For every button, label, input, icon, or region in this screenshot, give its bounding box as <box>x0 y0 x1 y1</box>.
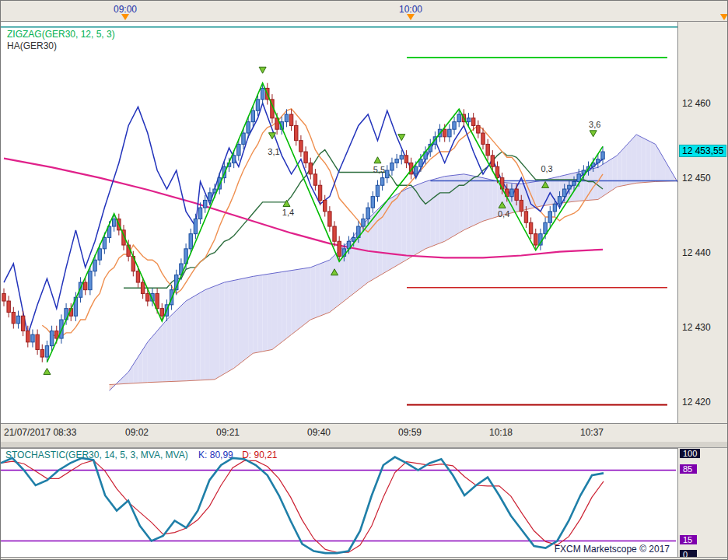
price-axis-label: 12 430 <box>682 322 711 333</box>
stochastic-d-value: D: 90,21 <box>242 450 277 460</box>
stochastic-level-badge: 85 <box>680 464 697 474</box>
copyright-label: FXCM Marketscope © 2017 <box>555 544 670 555</box>
stochastic-panel[interactable] <box>1 448 677 557</box>
stochastic-legend: STOCHASTIC(GER30, 14, 5, 3, MVA, MVA) K:… <box>5 450 278 460</box>
bottom-time-label: 09:59 <box>398 427 422 438</box>
stochastic-k-value: K: 80,99 <box>198 450 233 460</box>
panel-separator[interactable] <box>1 442 728 448</box>
bottom-time-label: 10:18 <box>489 427 513 438</box>
svg-text:5,5: 5,5 <box>373 165 385 174</box>
time-marker-icon <box>121 14 129 20</box>
svg-text:1,4: 1,4 <box>282 208 294 217</box>
stochastic-canvas[interactable] <box>1 449 677 558</box>
top-time-label: 09:00 <box>114 4 137 15</box>
zigzag-indicator-label: ZIGZAG(GER30, 12, 5, 3) <box>7 29 115 40</box>
svg-text:0,3: 0,3 <box>541 164 552 173</box>
bottom-time-label: 21/07/2017 08:33 <box>4 427 76 438</box>
top-time-axis[interactable]: 09:0010:00 <box>1 1 728 22</box>
stochastic-level-badge: 100 <box>680 449 700 458</box>
price-axis-label: 12 420 <box>682 397 711 408</box>
svg-text:0,4: 0,4 <box>498 209 509 219</box>
svg-text:3,1: 3,1 <box>268 147 279 156</box>
trading-chart-window: 09:0010:00 3,11,45,50,40,33,6 ZIGZAG(GER… <box>0 0 728 560</box>
bottom-time-label: 09:02 <box>125 427 149 438</box>
price-axis[interactable]: 12 46012 45012 44012 43012 42012 453,55 <box>677 22 728 423</box>
time-marker-icon <box>720 14 728 20</box>
price-axis-label: 12 460 <box>682 98 711 109</box>
price-axis-label: 12 450 <box>682 173 711 184</box>
current-price-badge: 12 453,55 <box>679 145 726 157</box>
main-chart-area[interactable]: 3,11,45,50,40,33,6 <box>1 22 677 423</box>
price-axis-label: 12 440 <box>682 247 711 258</box>
bottom-frame <box>1 557 728 560</box>
time-axis[interactable]: 21/07/2017 08:3309:0209:2109:4009:5910:1… <box>1 423 728 443</box>
bottom-time-label: 09:21 <box>216 427 240 438</box>
bottom-time-label: 10:37 <box>580 427 604 438</box>
stochastic-level-badge: 15 <box>680 535 697 544</box>
ha-indicator-label: HA(GER30) <box>7 40 57 51</box>
top-time-label: 10:00 <box>399 4 422 15</box>
stochastic-axis[interactable]: 10085150 <box>677 448 728 557</box>
main-chart-canvas[interactable]: 3,11,45,50,40,33,6 <box>1 22 677 423</box>
time-marker-icon <box>407 14 415 20</box>
stochastic-indicator-label: STOCHASTIC(GER30, 14, 5, 3, MVA, MVA) <box>5 450 188 460</box>
bottom-time-label: 09:40 <box>307 427 331 438</box>
svg-text:3,6: 3,6 <box>589 120 600 129</box>
